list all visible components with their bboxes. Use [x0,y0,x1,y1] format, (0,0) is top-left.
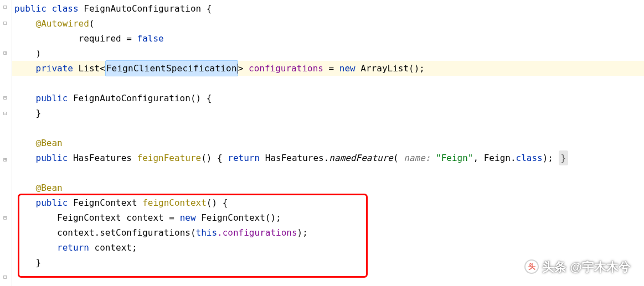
fold-marker-icon[interactable]: ⊞ [3,155,7,165]
return-type: FeignContext [68,195,142,210]
code-line[interactable]: public FeignAutoConfiguration() { [14,91,644,106]
method-call: .setConfigurations( [95,225,196,240]
watermark: 头 头条 @宇木木兮 [524,257,631,277]
code-line[interactable]: public HasFeatures feignFeature() { retu… [14,150,644,165]
keyword: false [137,31,164,46]
code-editor[interactable]: public class FeignAutoConfiguration { @A… [0,0,644,270]
code-line-empty[interactable] [14,165,644,180]
type: List [79,61,100,76]
constructor-call: ArrayList(); [356,61,425,76]
fold-marker-icon[interactable]: ⊟ [3,272,7,283]
code-line-empty[interactable] [14,76,644,91]
text: () { [207,195,228,210]
return-type: HasFeatures [68,150,137,165]
keyword: class [516,150,543,165]
keyword: private [36,61,73,76]
code-line[interactable]: @Autowired( [14,16,644,31]
angle-bracket: > [238,61,249,76]
keyword: new [180,210,196,225]
variable: context [57,225,94,240]
paren: ( [89,16,95,31]
equals: = [323,61,339,76]
keyword: class [51,1,78,16]
variable: context [126,210,163,225]
paren: ) [36,46,42,61]
selection: FeignClientSpecification [105,60,238,76]
fold-marker-icon[interactable]: ⊟ [3,93,7,103]
text: ); [543,150,559,165]
keyword: return [228,150,260,165]
text: () { [201,150,228,165]
brace: } [36,255,42,270]
constructor-decl: FeignAutoConfiguration() { [68,91,212,106]
paren: ( [393,150,399,165]
fold-marker-icon[interactable]: ⊟ [3,108,7,119]
method-name: feignFeature [137,150,202,165]
code-line[interactable]: context.setConfigurations(this.configura… [14,225,644,240]
angle-bracket: < [100,61,105,76]
watermark-logo-icon: 头 [524,259,539,274]
code-line[interactable]: @Bean [14,136,644,150]
code-line[interactable]: required = false [14,31,644,46]
keyword: this [196,225,218,240]
code-line-highlighted[interactable]: private List<FeignClientSpecification> c… [0,61,644,76]
type: FeignContext [57,210,126,225]
fold-marker-icon[interactable]: ⊟ [3,2,7,13]
variable: context; [89,240,137,255]
fold-end-icon[interactable]: } [559,150,569,165]
keyword: public [36,150,68,165]
method-call: HasFeatures. [260,150,329,165]
fold-marker-icon[interactable]: ⊟ [3,213,7,223]
class-name: FeignAutoConfiguration [84,1,201,16]
code-line[interactable]: public FeignContext feignContext() { [14,195,644,210]
code-line[interactable]: FeignContext context = new FeignContext(… [14,210,644,225]
code-line-empty[interactable] [14,121,644,136]
inlay-hint: name: [399,150,436,165]
fold-marker-icon[interactable]: ⊞ [3,48,7,59]
constructor-call: FeignContext(); [196,210,281,225]
code-line[interactable]: public class FeignAutoConfiguration { [14,1,644,16]
code-line[interactable]: ) [14,46,644,61]
gutter: ⊟ ⊟ ⊞ ⊟ ⊟ ⊞ ⊟ ⊟ [0,0,12,286]
keyword: return [57,240,89,255]
keyword: public [14,1,47,16]
code-line[interactable]: @Bean [14,180,644,195]
field-name: configurations [249,61,323,76]
annotation: @Bean [36,136,63,150]
string-literal: "Feign" [436,150,473,165]
brace: } [36,106,42,121]
method-name: feignContext [142,195,207,210]
code-line[interactable]: } [14,106,644,121]
equals: = [121,31,137,46]
method-call: namedFeature [329,150,393,165]
text: , Feign. [473,150,516,165]
param-name: required [79,31,121,46]
annotation: @Autowired [36,16,89,31]
keyword: new [339,61,356,76]
equals: = [164,210,180,225]
annotation: @Bean [36,180,63,195]
watermark-text: 头条 @宇木木兮 [542,257,631,277]
code-line[interactable]: return context; [14,240,644,255]
brace: { [201,1,212,16]
text: ); [297,225,308,240]
field-ref: .configurations [217,225,297,240]
fold-marker-icon[interactable]: ⊟ [3,18,7,29]
keyword: public [36,195,68,210]
keyword: public [36,91,68,106]
